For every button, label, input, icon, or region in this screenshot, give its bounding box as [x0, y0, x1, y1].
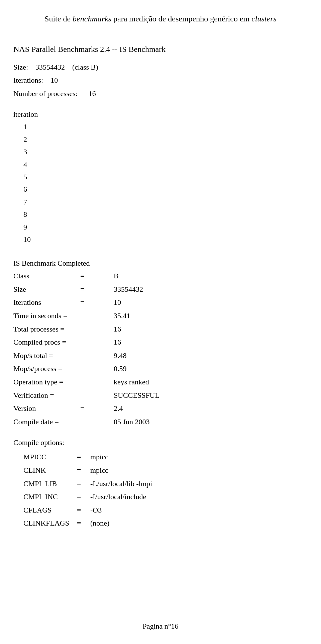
result-row: Operation type =keys ranked [13, 375, 308, 389]
results-rows: Class=BSize=33554432Iterations=10Time in… [13, 269, 308, 428]
compile-opt-label: CLINKFLAGS [23, 517, 77, 530]
compile-options-title: Compile options: [13, 438, 308, 447]
result-value: 9.48 [114, 349, 164, 362]
result-row: Verification =SUCCESSFUL [13, 389, 308, 402]
result-label: Mop/s total = [13, 349, 114, 362]
result-eq: = [80, 402, 114, 415]
compile-option-row: CMPI_LIB=-L/usr/local/lib -lmpi [13, 477, 308, 490]
compile-option-row: MPICC=mpicc [13, 450, 308, 464]
compile-option-row: CMPI_INC=-I/usr/local/include [13, 490, 308, 503]
result-row: Version=2.4 [13, 402, 308, 415]
compile-opt-eq: = [77, 517, 90, 530]
result-label: Compiled procs = [13, 336, 114, 349]
iteration-label: iteration [13, 110, 308, 119]
result-eq: = [80, 283, 114, 296]
compile-option-row: CLINK=mpicc [13, 464, 308, 477]
title-italic2: clusters [251, 14, 277, 23]
iteration-number: 6 [23, 183, 308, 195]
result-row: Size=33554432 [13, 283, 308, 296]
benchmark-info: Size: 33554432 (class B) Iterations: 10 … [13, 61, 308, 100]
compile-option-rows: MPICC=mpiccCLINK=mpiccCMPI_LIB=-L/usr/lo… [13, 450, 308, 530]
result-label: Verification = [13, 389, 114, 402]
result-label: Compile date = [13, 415, 114, 429]
compile-opt-label: CMPI_INC [23, 490, 77, 503]
result-label: Size [13, 283, 80, 296]
result-label: Version [13, 402, 80, 415]
result-value: 16 [114, 323, 164, 336]
iteration-number: 9 [23, 221, 308, 233]
page-container: Suite de benchmarks para medição de dese… [0, 0, 321, 644]
processes-label: Number of processes: [13, 89, 78, 98]
compile-opt-value: -I/usr/local/include [90, 490, 191, 503]
compile-opt-value: -L/usr/local/lib -lmpi [90, 477, 191, 490]
result-value: 2.4 [114, 402, 164, 415]
compile-opt-eq: = [77, 503, 90, 517]
result-label: Iterations [13, 296, 80, 309]
compile-opt-label: MPICC [23, 450, 77, 464]
result-label: Class [13, 269, 80, 283]
title-italic1: benchmarks [73, 14, 111, 23]
result-label: Operation type = [13, 375, 114, 389]
processes-value: 16 [89, 89, 96, 98]
compile-opt-value: mpicc [90, 450, 191, 464]
compile-opt-value: (none) [90, 517, 191, 530]
compile-option-row: CLINKFLAGS=(none) [13, 517, 308, 530]
footer-text: Pagina n°16 [142, 622, 178, 630]
result-eq: = [80, 269, 114, 283]
header-title: Suite de benchmarks para medição de dese… [13, 13, 308, 25]
iteration-numbers: 12345678910 [13, 120, 308, 246]
result-row: Mop/s total =9.48 [13, 349, 308, 362]
result-value: 0.59 [114, 362, 164, 375]
compile-opt-label: CFLAGS [23, 503, 77, 517]
result-label: Total processes = [13, 323, 114, 336]
iteration-number: 8 [23, 208, 308, 220]
compile-opt-eq: = [77, 450, 90, 464]
compile-opt-eq: = [77, 490, 90, 503]
compile-opt-label: CLINK [23, 464, 77, 477]
iteration-number: 4 [23, 158, 308, 171]
result-row: Class=B [13, 269, 308, 283]
result-value: keys ranked [114, 375, 164, 389]
size-value: 33554432 [35, 63, 65, 71]
result-row: Compiled procs =16 [13, 336, 308, 349]
result-row: Mop/s/process =0.59 [13, 362, 308, 375]
iteration-number: 7 [23, 196, 308, 208]
result-row: Compile date =05 Jun 2003 [13, 415, 308, 429]
iteration-number: 2 [23, 133, 308, 146]
iterations-label: Iterations: [13, 76, 43, 84]
result-row: Time in seconds =35.41 [13, 309, 308, 323]
page-footer: Pagina n°16 [0, 622, 321, 631]
size-line: Size: 33554432 (class B) [13, 61, 308, 74]
result-row: Iterations=10 [13, 296, 308, 309]
title-before: Suite de [44, 14, 73, 23]
compile-opt-eq: = [77, 464, 90, 477]
result-label: Time in seconds = [13, 309, 114, 323]
iteration-number: 1 [23, 120, 308, 133]
iteration-number: 10 [23, 233, 308, 246]
iteration-section: iteration 12345678910 [13, 110, 308, 246]
iteration-number: 5 [23, 171, 308, 183]
size-label: Size: [13, 63, 28, 71]
result-value: 10 [114, 296, 164, 309]
compile-opt-eq: = [77, 477, 90, 490]
processes-line: Number of processes: 16 [13, 87, 308, 100]
compile-opt-value: -O3 [90, 503, 191, 517]
result-label: Mop/s/process = [13, 362, 114, 375]
result-value: SUCCESSFUL [114, 389, 164, 402]
result-value: 16 [114, 336, 164, 349]
section-title: NAS Parallel Benchmarks 2.4 -- IS Benchm… [13, 45, 308, 54]
iterations-line: Iterations: 10 [13, 74, 308, 87]
title-middle: para medição de desempenho genérico em [111, 14, 251, 23]
iteration-number: 3 [23, 146, 308, 158]
result-eq: = [80, 296, 114, 309]
compile-opt-value: mpicc [90, 464, 191, 477]
compile-options: Compile options: MPICC=mpiccCLINK=mpiccC… [13, 438, 308, 530]
benchmark-completed: IS Benchmark Completed [13, 259, 308, 268]
result-value: 33554432 [114, 283, 164, 296]
compile-opt-label: CMPI_LIB [23, 477, 77, 490]
iterations-value: 10 [50, 76, 58, 84]
result-value: 35.41 [114, 309, 164, 323]
result-row: Total processes =16 [13, 323, 308, 336]
result-value: 05 Jun 2003 [114, 415, 164, 429]
compile-option-row: CFLAGS=-O3 [13, 503, 308, 517]
